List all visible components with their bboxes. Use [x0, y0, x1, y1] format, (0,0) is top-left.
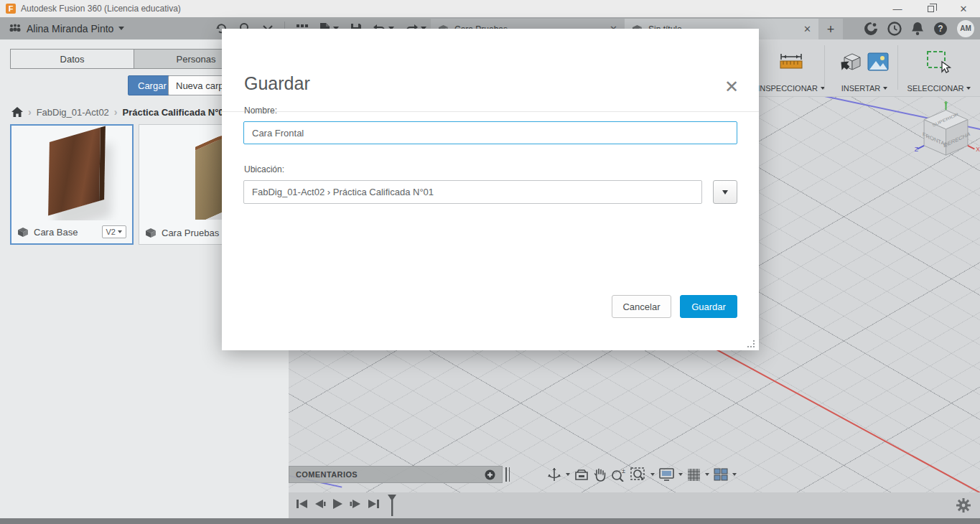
navigation-toolbar: ±: [547, 464, 737, 485]
fusion-logo-icon: F: [6, 4, 16, 14]
ribbon-group-seleccionar[interactable]: SELECCIONAR: [900, 39, 978, 97]
name-input[interactable]: [243, 121, 737, 144]
chevron-down-icon: [118, 27, 124, 33]
design-name: Cara Base: [34, 227, 97, 238]
timeline-settings-gear-icon[interactable]: [956, 497, 971, 513]
save-dialog: Guardar ✕ Nombre: Ubicación: FabDig_01-A…: [222, 29, 759, 350]
notifications-bell-icon[interactable]: [911, 22, 924, 36]
dialog-close-icon[interactable]: ✕: [723, 79, 740, 96]
name-field-label: Nombre:: [244, 106, 277, 116]
close-tab-icon[interactable]: ✕: [803, 24, 811, 34]
title-bar: F Autodesk Fusion 360 (Licencia educativ…: [0, 0, 980, 17]
chevron-right-icon: ›: [114, 106, 118, 118]
orbit-icon[interactable]: [547, 467, 561, 482]
chevron-right-icon: ›: [28, 106, 32, 118]
ribbon-group-insertar[interactable]: INSERTAR: [831, 39, 897, 97]
grid-settings-icon[interactable]: [687, 468, 701, 482]
minimize-button[interactable]: —: [881, 0, 914, 17]
chevron-down-icon: [722, 190, 728, 197]
location-value[interactable]: FabDig_01-Act02 › Práctica Calificada N°…: [243, 180, 702, 204]
timeline-bar: [289, 492, 980, 518]
axis-z-label: Z: [915, 146, 918, 153]
design-card-cara-base[interactable]: Cara Base V2: [10, 124, 134, 245]
fit-icon[interactable]: [630, 467, 646, 482]
version-dropdown[interactable]: V2: [102, 225, 126, 238]
breadcrumb: › FabDig_01-Act02 › Práctica Calificada …: [11, 106, 229, 118]
comments-label: COMENTARIOS: [296, 470, 485, 479]
skip-end-icon[interactable]: [368, 498, 380, 510]
step-forward-icon[interactable]: [350, 498, 361, 510]
save-button[interactable]: Guardar: [680, 295, 737, 318]
chevron-down-icon[interactable]: [732, 473, 737, 478]
ribbon-group-inspeccionar[interactable]: INSPECCIONAR: [748, 39, 834, 97]
user-name: Alina Miranda Pinto: [27, 23, 113, 34]
chevron-down-icon: [883, 87, 887, 92]
extensions-icon[interactable]: [864, 22, 878, 36]
measure-ruler-icon[interactable]: [779, 51, 803, 72]
chevron-down-icon[interactable]: [566, 473, 570, 478]
window-title: Autodesk Fusion 360 (Licencia educativa): [21, 4, 181, 14]
avatar[interactable]: AM: [957, 20, 974, 37]
close-button[interactable]: ✕: [947, 0, 980, 17]
user-menu[interactable]: Alina Miranda Pinto: [9, 17, 124, 39]
play-icon[interactable]: [332, 498, 343, 510]
divider: [222, 111, 759, 112]
chevron-down-icon[interactable]: [678, 473, 683, 478]
look-at-icon[interactable]: [574, 468, 589, 481]
zoom-icon[interactable]: ±: [611, 468, 626, 482]
tab-datos[interactable]: Datos: [10, 49, 134, 69]
breadcrumb-current: Práctica Calificada N°01: [123, 107, 229, 118]
chevron-down-icon: [966, 87, 971, 92]
version-label: V2: [106, 228, 116, 236]
cube-icon: [17, 227, 29, 238]
select-tool-icon[interactable]: [926, 50, 952, 73]
dialog-resize-handle[interactable]: [747, 340, 755, 347]
comments-bar[interactable]: COMENTARIOS: [289, 466, 503, 483]
svg-text:±: ±: [622, 468, 625, 474]
location-dropdown-button[interactable]: [713, 180, 737, 204]
ribbon-label-inspeccionar: INSPECCIONAR: [757, 84, 818, 93]
chevron-down-icon: [118, 230, 122, 235]
ribbon-label-seleccionar: SELECCIONAR: [907, 84, 964, 93]
dialog-title: Guardar: [244, 73, 310, 94]
people-icon: [9, 24, 22, 34]
chevron-down-icon[interactable]: [650, 473, 655, 478]
design-thumbnail: [11, 126, 132, 220]
insert-image-icon[interactable]: [867, 52, 889, 71]
svg-text:?: ?: [938, 24, 943, 34]
display-settings-icon[interactable]: [659, 468, 674, 481]
help-icon[interactable]: ?: [933, 22, 948, 36]
viewports-icon[interactable]: [714, 468, 728, 481]
skip-start-icon[interactable]: [296, 498, 308, 510]
job-status-clock-icon[interactable]: [887, 22, 902, 36]
location-field-label: Ubicación:: [244, 164, 284, 174]
divider: [897, 45, 898, 90]
view-cube[interactable]: Y SUPERIOR FRONTAL DERECHA Z X: [912, 100, 980, 172]
cancel-button[interactable]: Cancelar: [612, 295, 671, 318]
home-icon[interactable]: [11, 107, 23, 118]
chevron-down-icon[interactable]: [705, 473, 709, 478]
timeline-marker[interactable]: [386, 494, 398, 517]
step-back-icon[interactable]: [314, 498, 326, 510]
ribbon-label-insertar: INSERTAR: [841, 84, 881, 93]
restore-icon: [928, 6, 934, 12]
insert-mesh-icon[interactable]: [840, 51, 862, 72]
comments-resize-handle[interactable]: [505, 467, 510, 482]
axis-x-label: X: [976, 146, 980, 153]
breadcrumb-folder[interactable]: FabDig_01-Act02: [37, 107, 109, 118]
restore-button[interactable]: [914, 0, 947, 17]
window-bottom-edge: [0, 518, 980, 524]
cube-icon: [145, 228, 157, 238]
add-comment-icon[interactable]: [485, 469, 495, 480]
divider: [824, 45, 825, 90]
axis-y-label: Y: [944, 100, 948, 108]
pan-hand-icon[interactable]: [593, 467, 607, 482]
new-tab-button[interactable]: +: [818, 19, 843, 41]
